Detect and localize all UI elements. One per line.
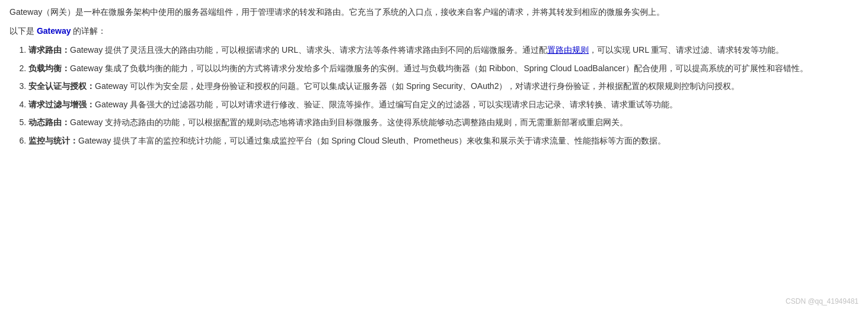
item-term: 动态路由： [28, 117, 70, 127]
item-term: 安全认证与授权： [28, 81, 95, 91]
section-title: 以下是 Gateway 的详解： [9, 24, 859, 39]
list-item: 负载均衡：Gateway 集成了负载均衡的能力，可以以均衡的方式将请求分发给多个… [28, 61, 859, 76]
section-title-suffix: 的详解： [71, 26, 106, 36]
csdn-attribution: CSDN @qq_41949481 [786, 295, 859, 307]
intro-paragraph: Gateway（网关）是一种在微服务架构中使用的服务器端组件，用于管理请求的转发… [9, 5, 859, 20]
list-item: 请求过滤与增强：Gateway 具备强大的过滤器功能，可以对请求进行修改、验证、… [28, 97, 859, 112]
item-term: 请求路由： [28, 45, 70, 55]
details-list: 请求路由：Gateway 提供了灵活且强大的路由功能，可以根据请求的 URL、请… [9, 43, 859, 148]
section-title-keyword: Gateway [37, 26, 71, 36]
list-item: 监控与统计：Gateway 提供了丰富的监控和统计功能，可以通过集成监控平台（如… [28, 133, 859, 148]
section-title-prefix: 以下是 [9, 26, 37, 36]
item-term: 监控与统计： [28, 136, 78, 145]
underline-text: 置路由规则 [547, 45, 589, 55]
list-item: 安全认证与授权：Gateway 可以作为安全层，处理身份验证和授权的问题。它可以… [28, 79, 859, 94]
item-term: 请求过滤与增强： [28, 100, 95, 109]
item-term: 负载均衡： [28, 63, 70, 73]
list-item: 动态路由：Gateway 支持动态路由的功能，可以根据配置的规则动态地将请求路由… [28, 115, 859, 130]
list-item: 请求路由：Gateway 提供了灵活且强大的路由功能，可以根据请求的 URL、请… [28, 43, 859, 58]
intro-text: Gateway（网关）是一种在微服务架构中使用的服务器端组件，用于管理请求的转发… [9, 7, 665, 17]
